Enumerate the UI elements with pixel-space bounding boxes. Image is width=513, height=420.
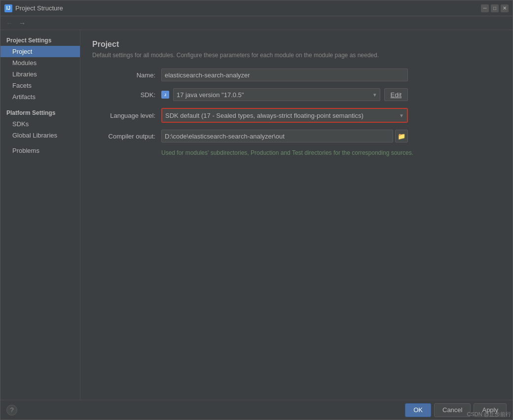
name-row: Name: — [92, 69, 501, 81]
compiler-output-input[interactable] — [161, 130, 393, 142]
sidebar-item-global-libraries[interactable]: Global Libraries — [0, 130, 80, 141]
app-icon: IJ — [4, 4, 12, 12]
compiler-output-label: Compiler output: — [92, 133, 161, 140]
sidebar-divider — [0, 103, 80, 106]
folder-browse-button[interactable]: 📁 — [395, 130, 408, 142]
folder-icon: 📁 — [398, 133, 405, 140]
sdk-label: SDK: — [92, 91, 161, 99]
help-button[interactable]: ? — [6, 405, 17, 416]
name-field — [161, 69, 408, 81]
sidebar: Project Settings Project Modules Librari… — [0, 30, 80, 400]
compiler-output-field: 📁 — [161, 130, 408, 142]
language-level-field: SDK default (17 - Sealed types, always-s… — [161, 108, 408, 123]
watermark: CSDN @止步前行 — [467, 411, 511, 418]
compiler-hint: Used for modules' subdirectories, Produc… — [92, 149, 501, 156]
svg-text:J: J — [164, 93, 166, 97]
bottom-bar: ? OK Cancel Apply — [0, 400, 513, 420]
main-content: Project Settings Project Modules Librari… — [0, 30, 513, 400]
forward-button[interactable]: → — [17, 18, 27, 28]
main-window: IJ Project Structure ─ □ ✕ ← → Project S… — [0, 0, 513, 420]
project-settings-header: Project Settings — [0, 34, 80, 46]
platform-settings-header: Platform Settings — [0, 106, 80, 118]
sdk-field: J 17 java version "17.0.5" ▼ Edit — [161, 88, 408, 101]
sdk-edit-button[interactable]: Edit — [384, 88, 408, 101]
sdk-row: SDK: J 17 java version "17.0.5" ▼ — [92, 88, 501, 101]
sidebar-item-modules[interactable]: Modules — [0, 57, 80, 69]
nav-bar: ← → — [0, 16, 513, 30]
sdk-icon: J — [161, 91, 169, 99]
language-level-row: Language level: SDK default (17 - Sealed… — [92, 108, 501, 123]
sdk-select[interactable]: 17 java version "17.0.5" — [173, 88, 380, 101]
sidebar-item-artifacts[interactable]: Artifacts — [0, 91, 80, 103]
back-button[interactable]: ← — [4, 18, 14, 28]
sidebar-item-sdks[interactable]: SDKs — [0, 118, 80, 130]
name-input[interactable] — [161, 69, 408, 81]
sidebar-item-project[interactable]: Project — [0, 46, 80, 57]
maximize-button[interactable]: □ — [491, 4, 499, 12]
sidebar-item-problems[interactable]: Problems — [0, 145, 80, 156]
language-level-label: Language level: — [92, 112, 161, 119]
close-button[interactable]: ✕ — [501, 4, 509, 12]
ok-button[interactable]: OK — [405, 403, 431, 417]
language-level-select[interactable]: SDK default (17 - Sealed types, always-s… — [162, 109, 407, 122]
title-bar: IJ Project Structure ─ □ ✕ — [0, 0, 513, 16]
sidebar-item-facets[interactable]: Facets — [0, 80, 80, 91]
sdk-select-wrapper: J 17 java version "17.0.5" ▼ — [161, 88, 380, 101]
title-controls: ─ □ ✕ — [481, 4, 509, 12]
sidebar-item-libraries[interactable]: Libraries — [0, 69, 80, 80]
window-title: Project Structure — [15, 4, 481, 12]
minimize-button[interactable]: ─ — [481, 4, 489, 12]
cancel-button[interactable]: Cancel — [434, 403, 471, 417]
compiler-output-row: Compiler output: 📁 — [92, 130, 501, 142]
sidebar-divider-2 — [0, 141, 80, 145]
content-title: Project — [92, 40, 501, 49]
name-label: Name: — [92, 71, 161, 79]
content-area: Project Default settings for all modules… — [80, 30, 513, 400]
language-level-select-wrapper: SDK default (17 - Sealed types, always-s… — [161, 108, 408, 123]
content-description: Default settings for all modules. Config… — [92, 52, 501, 59]
